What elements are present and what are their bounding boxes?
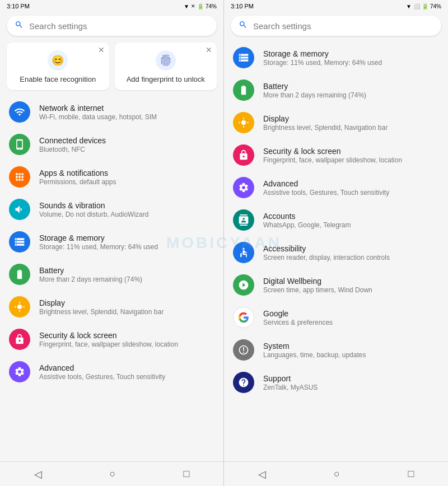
battery-title-right: Battery: [263, 82, 439, 91]
wellbeing-icon: [233, 274, 254, 296]
setting-advanced-right[interactable]: Advanced Assistive tools, Gestures, Touc…: [224, 171, 448, 204]
security-subtitle-left: Fingerprint, face, wallpaper slideshow, …: [39, 340, 214, 348]
right-screenshot-icon: ⬜: [413, 3, 420, 10]
display-title-right: Display: [263, 114, 439, 123]
google-subtitle: Services & preferences: [263, 319, 439, 326]
apps-title: Apps & notifications: [39, 169, 214, 177]
signal-icon: ▼: [184, 3, 189, 10]
face-card-close[interactable]: ✕: [98, 46, 105, 54]
setting-storage-left[interactable]: Storage & memory Storage: 11% used, Memo…: [0, 226, 223, 258]
right-search-input[interactable]: [253, 21, 433, 31]
display-title-left: Display: [39, 298, 214, 307]
left-time: 3:10 PM: [7, 3, 30, 10]
sounds-title: Sounds & vibration: [39, 201, 214, 210]
setting-display-left[interactable]: Display Brightness level, Splendid, Navi…: [0, 291, 223, 323]
storage-icon-left: [9, 231, 30, 253]
setting-battery-left[interactable]: Battery More than 2 days remaining (74%): [0, 258, 223, 291]
right-recents-btn[interactable]: □: [396, 466, 425, 482]
right-status-bar: 3:10 PM ▼ ⬜ 🔋 74%: [224, 0, 448, 12]
connected-text: Connected devices Bluetooth, NFC: [39, 136, 214, 153]
face-card-label: Enable face recognition: [20, 75, 96, 83]
network-subtitle: Wi-Fi, mobile, data usage, hotspot, SIM: [39, 113, 214, 121]
right-home-btn[interactable]: ○: [323, 466, 351, 482]
fingerprint-card-close[interactable]: ✕: [206, 46, 212, 54]
setting-battery-right[interactable]: Battery More than 2 days remaining (74%): [224, 74, 448, 106]
fingerprint-card[interactable]: ✕ Add fingerprint to unlock: [115, 43, 217, 90]
accessibility-text: Accessibility Screen reader, display, in…: [263, 244, 439, 261]
setting-accessibility[interactable]: Accessibility Screen reader, display, in…: [224, 236, 448, 269]
sim-icon: ✕: [191, 3, 195, 9]
left-cards-row: ✕ 😊 Enable face recognition ✕ Add finger…: [7, 43, 217, 90]
face-card[interactable]: ✕ 😊 Enable face recognition: [7, 43, 109, 90]
wellbeing-subtitle: Screen time, app timers, Wind Down: [263, 286, 439, 294]
google-text: Google Services & preferences: [263, 309, 439, 326]
display-text-left: Display Brightness level, Splendid, Navi…: [39, 298, 214, 316]
advanced-icon-right: [233, 177, 254, 198]
right-back-btn[interactable]: ◁: [247, 466, 277, 483]
accounts-icon: [233, 209, 254, 231]
setting-apps[interactable]: Apps & notifications Permissions, defaul…: [0, 161, 223, 193]
setting-wellbeing[interactable]: Digital Wellbeing Screen time, app timer…: [224, 269, 448, 301]
system-text: System Languages, time, backup, updates: [263, 342, 439, 359]
setting-support[interactable]: Support ZenTalk, MyASUS: [224, 366, 448, 399]
left-home-btn[interactable]: ○: [99, 466, 127, 482]
sounds-subtitle: Volume, Do not disturb, AudioWizard: [39, 211, 214, 218]
setting-connected[interactable]: Connected devices Bluetooth, NFC: [0, 128, 223, 161]
right-search-bar[interactable]: [231, 16, 441, 36]
left-back-btn[interactable]: ◁: [23, 466, 53, 483]
advanced-subtitle-left: Assistive tools, Gestures, Touch sensiti…: [39, 373, 214, 381]
left-nav-bar: ◁ ○ □: [0, 461, 223, 486]
right-time: 3:10 PM: [231, 3, 254, 10]
setting-security-left[interactable]: Security & lock screen Fingerprint, face…: [0, 323, 223, 356]
storage-icon-right: [233, 47, 254, 68]
accounts-subtitle: WhatsApp, Google, Telegram: [263, 221, 439, 229]
apps-text: Apps & notifications Permissions, defaul…: [39, 169, 214, 186]
setting-sounds[interactable]: Sounds & vibration Volume, Do not distur…: [0, 193, 223, 226]
storage-text-left: Storage & memory Storage: 11% used, Memo…: [39, 233, 214, 251]
right-nav-bar: ◁ ○ □: [224, 461, 448, 486]
advanced-title-left: Advanced: [39, 363, 214, 372]
security-title-right: Security & lock screen: [263, 147, 439, 156]
system-title: System: [263, 342, 439, 351]
setting-storage-right[interactable]: Storage & memory Storage: 11% used, Memo…: [224, 41, 448, 74]
right-status-icons: ▼ ⬜ 🔋 74%: [406, 3, 441, 10]
support-title: Support: [263, 374, 439, 383]
connected-icon: [9, 134, 30, 155]
right-signal-icon: ▼: [406, 3, 412, 10]
setting-advanced-left[interactable]: Advanced Assistive tools, Gestures, Touc…: [0, 356, 223, 388]
left-recents-btn[interactable]: □: [172, 466, 201, 482]
setting-network[interactable]: Network & internet Wi-Fi, mobile, data u…: [0, 96, 223, 128]
setting-display-right[interactable]: Display Brightness level, Splendid, Navi…: [224, 106, 448, 139]
face-icon: 😊: [48, 50, 68, 71]
left-battery-pct: 74%: [206, 3, 217, 10]
security-title-left: Security & lock screen: [39, 331, 214, 340]
fingerprint-icon: [156, 50, 176, 71]
left-search-input[interactable]: [29, 21, 209, 31]
battery-icon-left: [9, 264, 30, 285]
display-icon-left: [9, 296, 30, 317]
storage-text-right: Storage & memory Storage: 11% used, Memo…: [263, 49, 439, 67]
setting-accounts[interactable]: Accounts WhatsApp, Google, Telegram: [224, 204, 448, 236]
accessibility-subtitle: Screen reader, display, interaction cont…: [263, 254, 439, 261]
system-subtitle: Languages, time, backup, updates: [263, 351, 439, 359]
storage-subtitle-left: Storage: 11% used, Memory: 64% used: [39, 243, 214, 251]
security-icon-right: [233, 144, 254, 166]
setting-google[interactable]: Google Services & preferences: [224, 301, 448, 334]
connected-subtitle: Bluetooth, NFC: [39, 146, 214, 153]
left-search-bar[interactable]: [7, 16, 217, 36]
apps-subtitle: Permissions, default apps: [39, 178, 214, 186]
setting-security-right[interactable]: Security & lock screen Fingerprint, face…: [224, 139, 448, 171]
right-settings-list: Storage & memory Storage: 11% used, Memo…: [224, 39, 448, 461]
battery-title-left: Battery: [39, 266, 214, 275]
support-subtitle: ZenTalk, MyASUS: [263, 384, 439, 391]
support-text: Support ZenTalk, MyASUS: [263, 374, 439, 391]
battery-text-left: Battery More than 2 days remaining (74%): [39, 266, 214, 283]
left-search-icon: [15, 20, 24, 31]
battery-subtitle-left: More than 2 days remaining (74%): [39, 275, 214, 283]
display-subtitle-right: Brightness level, Splendid, Navigation b…: [263, 124, 439, 132]
advanced-subtitle-right: Assistive tools, Gestures, Touch sensiti…: [263, 189, 439, 197]
setting-system[interactable]: System Languages, time, backup, updates: [224, 334, 448, 366]
google-title: Google: [263, 309, 439, 318]
advanced-text-left: Advanced Assistive tools, Gestures, Touc…: [39, 363, 214, 381]
accessibility-title: Accessibility: [263, 244, 439, 253]
